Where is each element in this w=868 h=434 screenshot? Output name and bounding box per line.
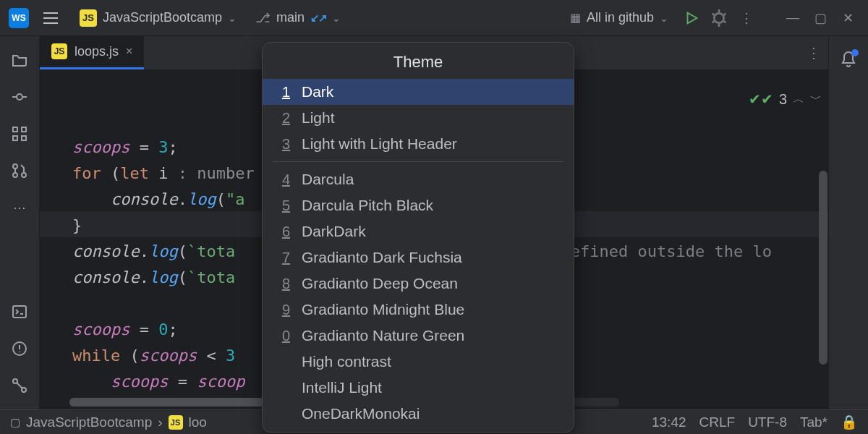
project-name: JavaScriptBootcamp bbox=[103, 10, 222, 25]
run-config-name: All in github bbox=[587, 10, 654, 25]
theme-option[interactable]: 6DarkDark bbox=[263, 218, 574, 244]
js-icon: JS bbox=[80, 9, 97, 27]
mnemonic-hint: 6 bbox=[280, 224, 290, 240]
theme-label: High contrast bbox=[302, 353, 391, 370]
svg-rect-5 bbox=[22, 136, 26, 140]
prev-highlight-button[interactable]: ︿ bbox=[793, 92, 804, 107]
mnemonic-hint: 3 bbox=[280, 136, 290, 153]
checkmark-icon: ✔✔ bbox=[749, 90, 773, 108]
next-highlight-button[interactable]: ﹀ bbox=[810, 92, 822, 107]
mnemonic-hint: 1 bbox=[280, 84, 290, 101]
theme-option[interactable]: 1Dark bbox=[263, 79, 574, 105]
version-control-tool-icon[interactable] bbox=[10, 376, 29, 395]
git-branch-selector[interactable]: main ⌄ bbox=[248, 7, 348, 29]
caret-position[interactable]: 13:42 bbox=[652, 414, 686, 430]
theme-option[interactable]: 0Gradianto Nature Green bbox=[263, 323, 574, 349]
breadcrumb-sep: › bbox=[158, 414, 162, 430]
theme-label: Gradianto Nature Green bbox=[302, 327, 464, 344]
branch-icon bbox=[255, 10, 271, 26]
theme-label: Gradianto Midnight Blue bbox=[302, 301, 464, 318]
commit-tool-icon[interactable] bbox=[10, 88, 29, 106]
close-window-button[interactable]: ✕ bbox=[836, 7, 859, 30]
branch-name: main bbox=[276, 10, 305, 25]
theme-label: Darcula Pitch Black bbox=[302, 197, 433, 214]
theme-label: Gradianto Dark Fuchsia bbox=[302, 249, 462, 266]
more-tool-icon[interactable]: ⋯ bbox=[10, 198, 29, 217]
maximize-window-button[interactable]: ▢ bbox=[809, 7, 832, 30]
project-selector[interactable]: JS JavaScriptBootcamp ⌄ bbox=[72, 7, 244, 30]
incoming-outgoing-icon bbox=[310, 12, 326, 25]
theme-label: Gradianto Deep Ocean bbox=[302, 275, 458, 292]
file-tab-loops[interactable]: JS loops.js × bbox=[40, 36, 144, 69]
svg-rect-2 bbox=[13, 127, 17, 132]
minimize-window-button[interactable]: — bbox=[781, 7, 804, 30]
indent-setting[interactable]: Tab* bbox=[800, 414, 827, 430]
theme-option[interactable]: IntelliJ Light bbox=[263, 375, 574, 401]
mnemonic-hint: 8 bbox=[280, 276, 290, 292]
svg-rect-4 bbox=[13, 136, 17, 140]
theme-label: IntelliJ Light bbox=[302, 379, 382, 396]
project-tool-icon[interactable] bbox=[10, 51, 29, 69]
run-configuration-selector[interactable]: ▦ All in github ⌄ bbox=[563, 7, 676, 28]
vertical-scrollbar[interactable] bbox=[819, 171, 827, 365]
inspection-widget[interactable]: ✔✔ 3 ︿ ﹀ bbox=[749, 90, 822, 108]
file-encoding[interactable]: UTF-8 bbox=[748, 414, 787, 430]
notification-dot bbox=[851, 49, 859, 56]
tab-filename: loops.js bbox=[75, 44, 119, 59]
line-separator[interactable]: CRLF bbox=[699, 414, 736, 430]
mnemonic-hint: 9 bbox=[280, 302, 290, 318]
theme-label: DarkDark bbox=[302, 223, 366, 240]
debug-button[interactable] bbox=[707, 7, 731, 30]
theme-option[interactable]: 4Darcula bbox=[263, 166, 574, 192]
theme-option[interactable]: 3Light with Light Header bbox=[263, 131, 574, 157]
theme-option[interactable]: 8Gradianto Deep Ocean bbox=[263, 271, 574, 297]
svg-rect-3 bbox=[22, 127, 26, 132]
close-tab-button[interactable]: × bbox=[126, 45, 132, 58]
popup-separator bbox=[273, 161, 563, 162]
terminal-tool-icon[interactable] bbox=[10, 302, 29, 321]
mnemonic-hint: 5 bbox=[280, 197, 290, 214]
theme-option[interactable]: OneDarkMonokai bbox=[263, 401, 574, 427]
right-tool-rail bbox=[828, 36, 868, 409]
mnemonic-hint: 7 bbox=[280, 250, 290, 266]
notifications-button[interactable] bbox=[840, 51, 857, 72]
chevron-down-icon: ⌄ bbox=[660, 12, 668, 24]
reader-mode-icon[interactable]: 🔒 bbox=[841, 414, 858, 430]
webstorm-icon bbox=[9, 8, 29, 28]
chevron-down-icon: ⌄ bbox=[332, 12, 341, 24]
run-button[interactable] bbox=[680, 7, 703, 30]
js-icon: JS bbox=[169, 415, 183, 430]
problems-tool-icon[interactable] bbox=[10, 339, 29, 358]
breadcrumb-file: loo bbox=[189, 414, 207, 430]
theme-label: Light with Light Header bbox=[302, 135, 457, 153]
svg-point-7 bbox=[13, 173, 17, 177]
chevron-down-icon: ⌄ bbox=[228, 12, 237, 24]
pull-requests-tool-icon[interactable] bbox=[10, 161, 29, 180]
mnemonic-hint: 4 bbox=[280, 171, 290, 188]
breadcrumb-project: JavaScriptBootcamp bbox=[26, 414, 152, 430]
more-actions-button[interactable]: ⋮ bbox=[735, 7, 758, 30]
theme-popup: Theme 1Dark2Light3Light with Light Heade… bbox=[262, 42, 574, 433]
theme-label: Light bbox=[302, 109, 335, 127]
theme-option[interactable]: 9Gradianto Midnight Blue bbox=[263, 297, 574, 323]
popup-title: Theme bbox=[263, 43, 574, 79]
api-test-icon: ▦ bbox=[570, 11, 581, 25]
structure-tool-icon[interactable] bbox=[10, 124, 29, 143]
svg-point-6 bbox=[13, 164, 17, 169]
theme-list: 1Dark2Light3Light with Light Header4Darc… bbox=[263, 79, 574, 432]
js-icon: JS bbox=[51, 43, 67, 59]
title-bar: JS JavaScriptBootcamp ⌄ main ⌄ ▦ All in … bbox=[0, 0, 868, 36]
theme-option[interactable]: 7Gradianto Dark Fuchsia bbox=[263, 244, 574, 271]
theme-label: Dark bbox=[302, 83, 333, 101]
breadcrumb[interactable]: ▢ JavaScriptBootcamp › JS loo bbox=[10, 414, 207, 430]
theme-option[interactable]: High contrast bbox=[263, 349, 574, 375]
left-tool-rail: ⋯ bbox=[0, 36, 40, 409]
editor-more-button[interactable]: ⋮ bbox=[799, 44, 828, 61]
svg-rect-9 bbox=[13, 306, 26, 318]
folder-icon: ▢ bbox=[10, 416, 20, 429]
svg-point-8 bbox=[22, 173, 26, 177]
main-menu-button[interactable] bbox=[39, 7, 62, 30]
theme-option[interactable]: 5Darcula Pitch Black bbox=[263, 192, 574, 218]
mnemonic-hint: 2 bbox=[280, 110, 290, 127]
theme-option[interactable]: 2Light bbox=[263, 105, 574, 131]
